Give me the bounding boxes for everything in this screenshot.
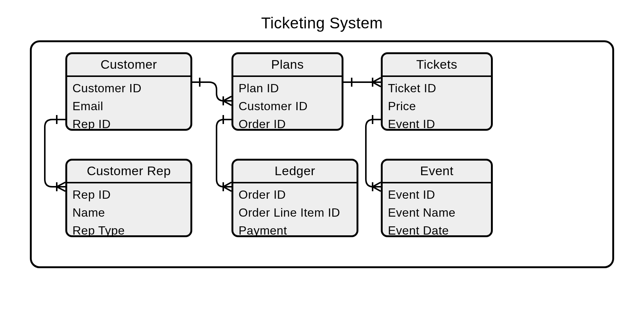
entity-attrs: Order ID Order Line Item ID Payment xyxy=(233,183,357,237)
entity-tickets: Tickets Ticket ID Price Event ID xyxy=(381,52,493,131)
entity-customer-rep: Customer Rep Rep ID Name Rep Type xyxy=(65,159,192,237)
attr: Event Name xyxy=(388,204,491,221)
attr: Rep ID xyxy=(72,186,190,204)
attr: Ticket ID xyxy=(388,79,491,97)
attr: Plan ID xyxy=(239,79,342,97)
attr: Event ID xyxy=(388,186,491,204)
entity-header: Event xyxy=(383,161,491,183)
entity-ledger: Ledger Order ID Order Line Item ID Payme… xyxy=(231,159,358,237)
diagram-canvas: Ticketing System Customer Customer ID Em… xyxy=(0,0,644,313)
entity-header: Ledger xyxy=(233,161,357,183)
entity-customer: Customer Customer ID Email Rep ID xyxy=(65,52,192,131)
diagram-title: Ticketing System xyxy=(0,14,644,32)
attr: Customer ID xyxy=(72,79,190,97)
entity-attrs: Ticket ID Price Event ID xyxy=(383,77,491,131)
entity-header: Plans xyxy=(233,54,342,77)
attr: Name xyxy=(72,204,190,221)
entity-attrs: Plan ID Customer ID Order ID xyxy=(233,77,342,131)
attr: Email xyxy=(72,97,190,115)
attr: Event ID xyxy=(388,115,491,131)
attr: Order ID xyxy=(239,186,357,204)
entity-attrs: Customer ID Email Rep ID xyxy=(67,77,190,131)
entity-header: Tickets xyxy=(383,54,491,77)
entity-attrs: Event ID Event Name Event Date xyxy=(383,183,491,237)
attr: Rep ID xyxy=(72,115,190,131)
attr: Event Date xyxy=(388,221,491,237)
attr: Price xyxy=(388,97,491,115)
attr: Rep Type xyxy=(72,221,190,237)
entity-plans: Plans Plan ID Customer ID Order ID xyxy=(231,52,343,131)
entity-attrs: Rep ID Name Rep Type xyxy=(67,183,190,237)
entity-header: Customer xyxy=(67,54,190,77)
attr: Payment xyxy=(239,221,357,237)
attr: Customer ID xyxy=(239,97,342,115)
attr: Order Line Item ID xyxy=(239,204,357,221)
entity-event: Event Event ID Event Name Event Date xyxy=(381,159,493,237)
attr: Order ID xyxy=(239,115,342,131)
entity-header: Customer Rep xyxy=(67,161,190,183)
